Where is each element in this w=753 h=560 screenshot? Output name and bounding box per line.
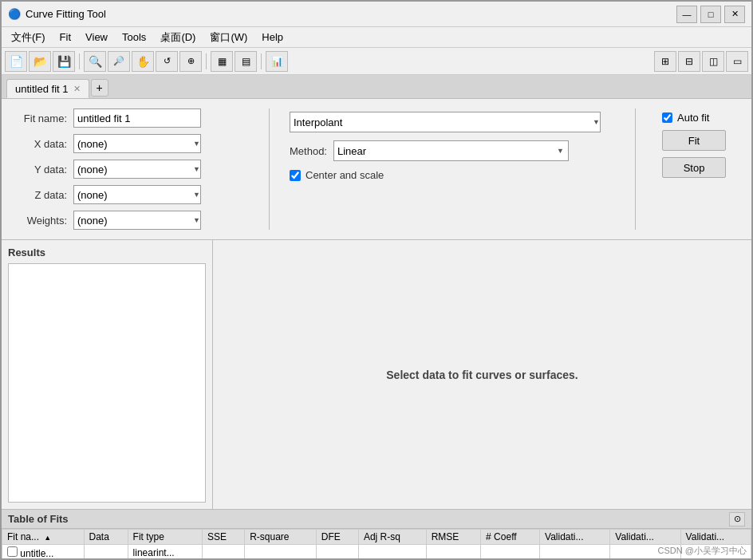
menu-fit[interactable]: Fit [53,30,77,45]
toolbar-save[interactable]: 💾 [53,51,75,72]
method-label: Method: [290,145,327,157]
center-scale-checkbox[interactable] [290,170,301,181]
stop-button[interactable]: Stop [662,157,726,178]
title-bar-left: 🔵 Curve Fitting Tool [8,8,106,21]
menu-help[interactable]: Help [255,30,290,45]
sort-arrow-fitname: ▲ [44,534,51,542]
auto-fit-row: Auto fit [662,112,709,124]
toolbar-cursor[interactable]: ⊕ [179,51,202,72]
toolbar: 📄 📂 💾 🔍 🔎 ✋ ↺ ⊕ ▦ ▤ 📊 ⊞ ⊟ ◫ ▭ [2,48,751,75]
menu-view[interactable]: View [79,30,114,45]
fit-form: Fit name: X data: (none) Y data: (none) … [10,108,249,230]
fit-button[interactable]: Fit [662,130,726,151]
x-data-row: X data: (none) [10,134,249,153]
table-header-row: Table of Fits ⊙ [2,510,751,529]
title-bar-controls: — □ ✕ [676,6,745,23]
cell-rsquare-0 [245,545,317,561]
cell-data-0 [84,545,128,561]
col-fitname[interactable]: Fit na... ▲ [2,530,85,545]
menu-window[interactable]: 窗口(W) [203,29,254,46]
y-data-row: Y data: (none) [10,160,249,179]
col-valid2[interactable]: Validati... [610,530,680,545]
weights-row: Weights: (none) [10,211,249,230]
toolbar-new[interactable]: 📄 [5,51,27,72]
toolbar-grid1[interactable]: ▦ [211,51,233,72]
menu-tools[interactable]: Tools [116,30,152,45]
menu-desktop[interactable]: 桌面(D) [154,29,202,46]
v-divider-2 [635,108,636,230]
col-valid3[interactable]: Validati... [680,530,751,545]
fit-type-select[interactable]: Interpolant [290,112,601,132]
toolbar-right: ⊞ ⊟ ◫ ▭ [654,51,748,72]
weights-select[interactable]: (none) [73,211,201,230]
maximize-button[interactable]: □ [700,6,721,23]
y-data-label: Y data: [10,164,67,175]
results-title: Results [8,246,206,258]
toolbar-layout2[interactable]: ⊟ [678,51,700,72]
fit-type-wrapper: Interpolant [290,112,605,132]
tab-fit1-label: untitled fit 1 [15,83,69,95]
toolbar-open[interactable]: 📂 [29,51,51,72]
fit-buttons: Auto fit Fit Stop [656,108,743,230]
row-checkbox-0[interactable] [7,546,18,557]
cell-valid3-0 [680,545,751,561]
cell-valid1-0 [540,545,610,561]
results-panel: Results [2,240,213,509]
method-select[interactable]: Linear [333,140,569,161]
main-content: Fit name: X data: (none) Y data: (none) … [2,99,751,560]
close-button[interactable]: ✕ [724,6,745,23]
cell-dfe-0 [316,545,358,561]
toolbar-sep-2 [206,53,207,69]
toolbar-rotate[interactable]: ↺ [156,51,178,72]
tab-fit1-close[interactable]: ✕ [73,84,81,94]
col-dfe[interactable]: DFE [316,530,358,545]
plot-message: Select data to fit curves or surfaces. [386,369,578,381]
table-section: Table of Fits ⊙ Fit na... ▲ Data Fit typ… [2,509,751,560]
col-valid1[interactable]: Validati... [540,530,610,545]
col-ncoeff[interactable]: # Coeff [481,530,540,545]
toolbar-layout1[interactable]: ⊞ [654,51,676,72]
tab-bar: untitled fit 1 ✕ + [2,75,751,99]
col-fittype[interactable]: Fit type [128,530,202,545]
minimize-button[interactable]: — [676,6,697,23]
col-adjrsq[interactable]: Adj R-sq [358,530,426,545]
app-icon: 🔵 [8,8,21,21]
method-select-wrapper: Linear [333,140,569,161]
tab-add-button[interactable]: + [91,79,108,97]
menu-bar: 文件(F) Fit View Tools 桌面(D) 窗口(W) Help [2,27,751,48]
tab-fit1[interactable]: untitled fit 1 ✕ [6,79,89,98]
x-data-select-wrapper: (none) [73,134,205,153]
fit-options: Interpolant Method: Linear Center and sc… [290,108,615,230]
toolbar-zoom-in[interactable]: 🔍 [84,51,106,72]
cell-valid2-0 [610,545,680,561]
center-scale-label: Center and scale [306,169,384,181]
y-data-select[interactable]: (none) [73,160,201,179]
toolbar-pan[interactable]: ✋ [132,51,154,72]
table-collapse-button[interactable]: ⊙ [729,512,745,526]
auto-fit-label: Auto fit [677,112,709,124]
toolbar-layout4[interactable]: ▭ [726,51,748,72]
auto-fit-checkbox[interactable] [662,112,672,123]
toolbar-sep-1 [79,53,80,69]
col-rsquare[interactable]: R-square [245,530,317,545]
col-data[interactable]: Data [84,530,128,545]
cell-sse-0 [203,545,245,561]
table-title: Table of Fits [8,513,729,525]
col-rmse[interactable]: RMSE [426,530,480,545]
plot-area: Select data to fit curves or surfaces. [213,240,751,509]
title-bar-title: Curve Fitting Tool [26,8,106,20]
title-bar: 🔵 Curve Fitting Tool — □ ✕ [2,2,751,27]
menu-file[interactable]: 文件(F) [5,29,52,46]
cell-ncoeff-0 [481,545,540,561]
z-data-select[interactable]: (none) [73,185,201,204]
center-scale-row: Center and scale [290,169,615,181]
toolbar-zoom-out[interactable]: 🔎 [108,51,130,72]
fits-table-header-row: Fit na... ▲ Data Fit type SSE R-square D… [2,530,751,545]
col-sse[interactable]: SSE [203,530,245,545]
toolbar-grid2[interactable]: ▤ [235,51,257,72]
z-data-select-wrapper: (none) [73,185,205,204]
toolbar-chart[interactable]: 📊 [266,51,288,72]
toolbar-layout3[interactable]: ◫ [702,51,724,72]
fit-name-input[interactable] [73,108,201,128]
x-data-select[interactable]: (none) [73,134,201,153]
